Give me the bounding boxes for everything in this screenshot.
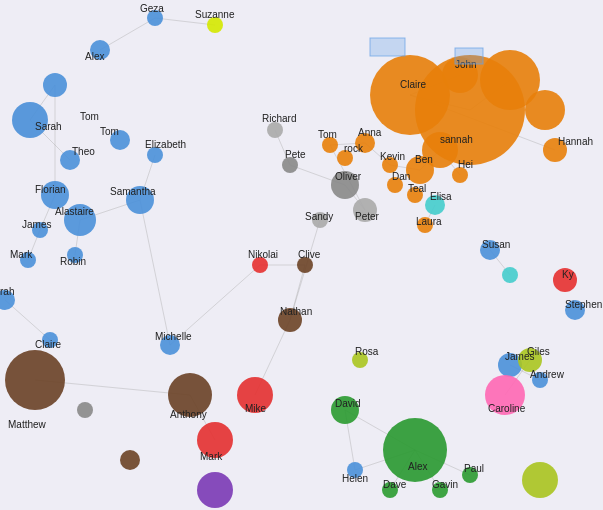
svg-point-96 (518, 348, 542, 372)
svg-point-70 (331, 171, 359, 199)
svg-point-48 (41, 181, 69, 209)
svg-line-38 (155, 18, 215, 25)
svg-text:Tom: Tom (80, 111, 99, 122)
svg-point-82 (417, 217, 433, 233)
svg-point-44 (90, 40, 110, 60)
svg-point-87 (525, 90, 565, 130)
svg-point-88 (543, 138, 567, 162)
svg-point-51 (67, 247, 83, 263)
svg-point-56 (42, 332, 58, 348)
svg-point-62 (197, 422, 233, 458)
svg-point-98 (331, 396, 359, 424)
svg-point-91 (553, 268, 577, 292)
svg-point-45 (147, 10, 163, 26)
svg-text:Matthew: Matthew (8, 419, 47, 430)
svg-point-90 (502, 267, 518, 283)
svg-point-47 (60, 150, 80, 170)
svg-point-76 (387, 177, 403, 193)
svg-point-61 (160, 335, 180, 355)
svg-point-49 (32, 222, 48, 238)
svg-point-72 (322, 137, 338, 153)
svg-line-8 (140, 200, 170, 345)
svg-point-69 (312, 212, 328, 228)
svg-rect-165 (455, 48, 483, 64)
network-graph: TomSarahAlexGezaSuzanneTheoFlorianJamesM… (0, 0, 603, 510)
svg-point-58 (77, 402, 93, 418)
svg-point-75 (382, 157, 398, 173)
svg-point-95 (485, 375, 525, 415)
svg-point-50 (20, 252, 36, 268)
svg-point-74 (355, 133, 375, 153)
svg-point-89 (480, 240, 500, 260)
graph-svg: TomSarahAlexGezaSuzanneTheoFlorianJamesM… (0, 0, 603, 510)
svg-point-73 (337, 150, 353, 166)
svg-point-103 (462, 467, 478, 483)
svg-point-65 (278, 308, 302, 332)
svg-point-42 (12, 102, 48, 138)
svg-text:Richard: Richard (262, 113, 296, 124)
svg-point-68 (267, 122, 283, 138)
svg-point-52 (64, 204, 96, 236)
svg-point-57 (5, 350, 65, 410)
svg-point-102 (432, 482, 448, 498)
svg-point-106 (110, 130, 130, 150)
svg-point-60 (168, 373, 212, 417)
svg-point-94 (498, 353, 522, 377)
svg-line-9 (170, 265, 260, 345)
svg-point-92 (565, 300, 585, 320)
svg-point-43 (43, 73, 67, 97)
svg-point-64 (237, 377, 273, 413)
svg-point-59 (120, 450, 140, 470)
svg-point-54 (147, 147, 163, 163)
svg-point-80 (407, 187, 423, 203)
svg-point-67 (282, 157, 298, 173)
svg-point-63 (252, 257, 268, 273)
svg-point-105 (197, 472, 233, 508)
svg-point-101 (382, 482, 398, 498)
svg-point-71 (353, 198, 377, 222)
svg-point-81 (425, 195, 445, 215)
svg-rect-164 (370, 38, 405, 56)
svg-point-104 (522, 462, 558, 498)
svg-point-93 (532, 372, 548, 388)
svg-point-66 (297, 257, 313, 273)
svg-point-46 (207, 17, 223, 33)
svg-point-99 (383, 418, 447, 482)
svg-point-79 (452, 167, 468, 183)
svg-point-97 (352, 352, 368, 368)
svg-point-100 (347, 462, 363, 478)
svg-point-53 (126, 186, 154, 214)
